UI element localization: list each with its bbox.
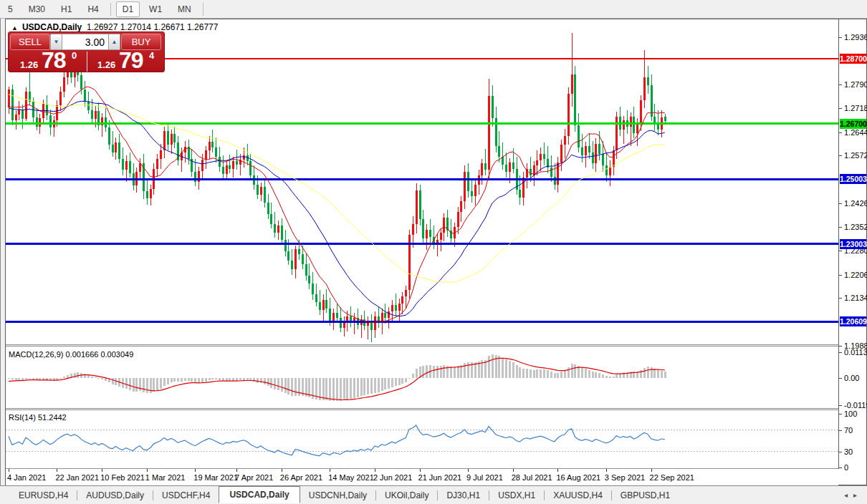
- timeframe-button-h4[interactable]: H4: [81, 1, 105, 17]
- date-tick-mark: [9, 469, 9, 472]
- date-tick-label: 9 Jul 2021: [466, 473, 503, 482]
- date-tick-mark: [236, 469, 237, 472]
- buy-price-pip-digit: 4: [149, 50, 154, 61]
- macd-tick-label: 0.01135: [844, 348, 867, 357]
- tab-scroll-left-icon[interactable]: ◂: [844, 491, 853, 499]
- axis-tick-mark: [839, 467, 842, 468]
- macd-panel-separator[interactable]: [6, 344, 839, 346]
- rsi-tick-label: 0: [844, 463, 848, 472]
- chart-window: ▲USDCAD,Daily 1.26927 1.27014 1.26671 1.…: [5, 19, 867, 485]
- symbol-tab-dj30[interactable]: DJ30,H1: [438, 488, 489, 503]
- date-tick-label: 2 Jun 2021: [373, 473, 412, 482]
- buy-price-display[interactable]: 1.26 79 4: [87, 52, 164, 72]
- date-tick-mark: [420, 469, 421, 472]
- date-tick-mark: [557, 469, 558, 472]
- date-tick-label: 26 Apr 2021: [280, 473, 322, 482]
- rsi-tick-label: 30: [844, 447, 853, 456]
- price-tick-label: 1.26440: [844, 128, 867, 137]
- axis-tick-mark: [839, 84, 842, 85]
- macd-values: 0.001666 0.003049: [65, 350, 133, 359]
- symbol-tab-ukoil[interactable]: UKOil,Daily: [376, 488, 437, 503]
- macd-tick-label: 0.00: [844, 374, 859, 382]
- price-tick-label: 1.22060: [844, 271, 867, 279]
- volume-input[interactable]: [62, 34, 108, 50]
- axis-tick-mark: [839, 414, 842, 415]
- symbol-tab-usdcad[interactable]: USDCAD,Daily: [219, 486, 300, 503]
- axis-tick-mark: [839, 132, 842, 133]
- collapse-panel-icon[interactable]: ▲: [11, 24, 18, 32]
- date-tick-label: 1 Mar 2021: [145, 473, 186, 482]
- chart-ohlc-values: 1.26927 1.27014 1.26671 1.26777: [87, 22, 219, 32]
- date-tick-label: 14 May 2021: [328, 473, 374, 482]
- timeframe-button-w1[interactable]: W1: [143, 1, 168, 17]
- axis-tick-mark: [839, 430, 842, 431]
- price-level-badge: 1.20609: [840, 316, 866, 326]
- rsi-indicator-canvas[interactable]: [6, 410, 838, 468]
- axis-tick-mark: [839, 227, 842, 228]
- axis-tick-mark: [839, 452, 842, 452]
- axis-tick-mark: [839, 37, 842, 38]
- timeframe-button-h1[interactable]: H1: [54, 1, 78, 17]
- sell-price-display[interactable]: 1.26 78 0: [10, 52, 87, 72]
- one-click-trading-panel: SELL ▼ ▲ BUY 1.26 78 0 1.26 79 4: [8, 32, 165, 72]
- symbol-tab-usdcnh[interactable]: USDCNH,Daily: [300, 488, 375, 503]
- axis-tick-mark: [839, 251, 842, 251]
- symbol-tab-audusd[interactable]: AUDUSD,Daily: [77, 488, 153, 503]
- window-left-border: [0, 19, 1, 485]
- buy-price-big-digits: 79: [119, 47, 143, 74]
- price-tick-label: 1.27900: [844, 80, 867, 89]
- axis-tick-mark: [839, 346, 842, 346]
- date-tick-mark: [147, 469, 148, 472]
- date-tick-label: 22 Sep 2021: [650, 473, 694, 482]
- symbol-tab-gbpusd[interactable]: GBPUSD,H1: [612, 488, 679, 503]
- date-tick-label: 21 Jun 2021: [418, 473, 462, 482]
- sell-price-pip-digit: 0: [72, 50, 77, 61]
- price-axis: 1.293601.279001.271801.264401.257201.242…: [838, 19, 866, 469]
- date-tick-label: 4 Jan 2021: [7, 473, 46, 482]
- sell-price-prefix: 1.26: [20, 59, 38, 70]
- symbol-tab-bar: EURUSD,H4AUDUSD,DailyUSDCHF,H4USDCAD,Dai…: [0, 485, 867, 504]
- date-tick-label: 3 Sep 2021: [605, 473, 645, 482]
- date-tick-mark: [468, 469, 469, 472]
- date-tick-label: 10 Feb 2021: [100, 473, 145, 482]
- price-tick-label: 1.23520: [844, 223, 867, 231]
- mt4-application: 5M30H1H4D1W1MN ▲USDCAD,Daily 1.26927 1.2…: [0, 0, 867, 504]
- axis-tick-mark: [839, 378, 842, 379]
- timeframe-button-mn[interactable]: MN: [171, 1, 198, 17]
- price-tick-label: 1.29360: [844, 33, 867, 42]
- price-tick-label: 1.24260: [844, 199, 867, 208]
- axis-tick-mark: [839, 405, 842, 406]
- date-tick-mark: [195, 469, 196, 472]
- rsi-label: RSI(14) 51.2442: [9, 413, 67, 422]
- timeframe-button-5[interactable]: 5: [1, 1, 19, 17]
- price-level-badge: 1.28700: [840, 54, 866, 64]
- date-tick-label: 28 Jul 2021: [512, 473, 552, 482]
- symbol-tab-eurusd[interactable]: EURUSD,H4: [10, 488, 77, 503]
- timeframe-button-d1[interactable]: D1: [116, 1, 140, 17]
- toolbar-separator: [203, 3, 203, 16]
- symbol-tab-usdchf[interactable]: USDCHF,H4: [153, 488, 219, 503]
- price-level-badge: 1.23003: [840, 239, 866, 249]
- axis-tick-mark: [839, 203, 842, 204]
- buy-price-prefix: 1.26: [97, 59, 115, 70]
- axis-tick-mark: [839, 298, 842, 299]
- axis-tick-mark: [839, 275, 842, 276]
- date-tick-label: 19 Mar 2021: [193, 473, 238, 482]
- date-tick-label: 7 Apr 2021: [235, 473, 273, 482]
- axis-tick-mark: [839, 155, 842, 156]
- price-tick-label: 1.27180: [844, 104, 867, 112]
- symbol-tab-usdx[interactable]: USDX,H1: [489, 488, 544, 503]
- axis-tick-mark: [839, 108, 842, 109]
- axis-tick-mark: [839, 352, 842, 353]
- timeframe-button-m30[interactable]: M30: [22, 1, 52, 17]
- date-tick-label: 22 Jan 2021: [55, 473, 99, 482]
- tab-scroll-arrows[interactable]: ◂▸: [844, 491, 863, 499]
- toolbar-separator: [110, 3, 111, 16]
- tab-scroll-right-icon[interactable]: ▸: [853, 491, 863, 499]
- date-tick-mark: [330, 469, 330, 472]
- price-tick-label: 1.25720: [844, 151, 867, 160]
- date-tick-mark: [606, 469, 607, 472]
- symbol-tab-xauusd[interactable]: XAUUSD,H4: [545, 488, 611, 503]
- macd-tick-label: -0.011904: [844, 401, 867, 410]
- rsi-tick-label: 100: [844, 410, 857, 418]
